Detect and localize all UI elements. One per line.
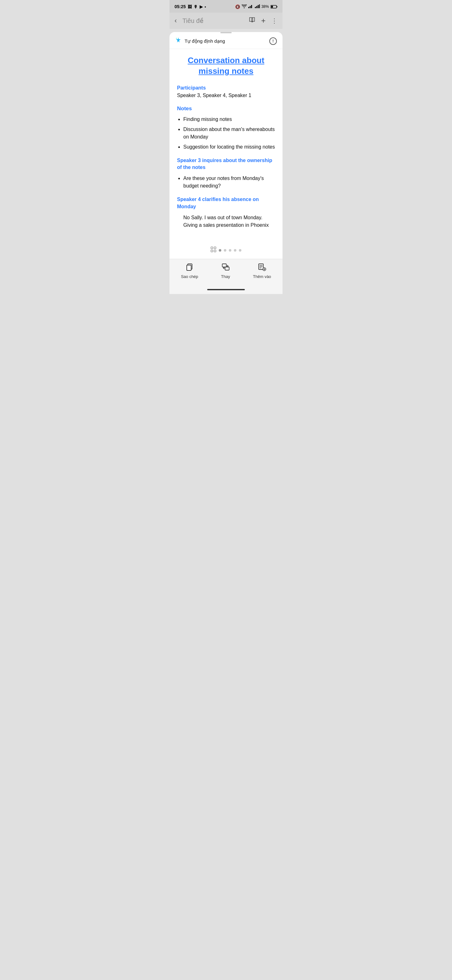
replace-icon bbox=[222, 263, 230, 273]
copy-label: Sao chép bbox=[181, 274, 198, 279]
svg-rect-3 bbox=[252, 5, 253, 8]
svg-point-11 bbox=[176, 38, 177, 39]
status-bar: 05:25 🖼 🎙 ▶ • 🔇 bbox=[170, 0, 282, 13]
participants-label: Participants bbox=[177, 84, 206, 92]
time-display: 05:25 bbox=[174, 4, 186, 9]
add-to-icon bbox=[258, 263, 266, 273]
status-left: 05:25 🖼 🎙 ▶ • bbox=[174, 4, 206, 9]
svg-rect-12 bbox=[211, 247, 213, 249]
bottom-action-bar: Sao chép Thay bbox=[170, 259, 282, 285]
copy-icon bbox=[186, 263, 193, 273]
svg-rect-13 bbox=[214, 247, 216, 249]
copy-button[interactable]: Sao chép bbox=[181, 263, 198, 279]
auto-format-banner: Tự động định dạng ! bbox=[170, 33, 282, 49]
dot-icon: • bbox=[205, 5, 206, 9]
pagination-dot-1 bbox=[219, 249, 221, 251]
home-bar bbox=[207, 289, 245, 290]
add-to-label: Thêm vào bbox=[253, 274, 271, 279]
book-icon[interactable] bbox=[249, 17, 255, 25]
mute-icon: 🔇 bbox=[235, 5, 240, 9]
section2-heading: Speaker 4 clarifies his absence on Monda… bbox=[177, 196, 275, 210]
svg-rect-1 bbox=[249, 6, 251, 8]
list-item: Finding missing notes bbox=[183, 116, 275, 123]
section2-list: No Sally. I was out of town Monday. Givi… bbox=[183, 214, 275, 229]
page-grid-icon bbox=[211, 247, 216, 254]
signal2-icon bbox=[255, 5, 260, 9]
pagination-dot-5 bbox=[239, 249, 241, 251]
svg-rect-5 bbox=[256, 6, 257, 8]
list-item: Discussion about the man's whereabouts o… bbox=[183, 126, 275, 141]
list-item: Suggestion for locating the missing note… bbox=[183, 143, 275, 151]
content-card: Tự động định dạng ! Conversation about m… bbox=[170, 32, 282, 294]
notes-heading: Notes bbox=[177, 105, 275, 112]
auto-format-left: Tự động định dạng bbox=[175, 37, 225, 45]
list-item: Are these your notes from Monday's budge… bbox=[183, 175, 275, 190]
more-button[interactable]: ⋮ bbox=[271, 17, 278, 24]
nav-icons: + ⋮ bbox=[249, 16, 278, 25]
svg-rect-15 bbox=[214, 250, 216, 252]
pagination-dot-2 bbox=[224, 249, 226, 251]
section1-heading: Speaker 3 inquires about the ownership o… bbox=[177, 157, 275, 171]
mic-icon: 🎙 bbox=[193, 5, 198, 9]
svg-rect-19 bbox=[222, 264, 226, 267]
svg-rect-7 bbox=[259, 5, 260, 8]
replace-label: Thay bbox=[221, 274, 230, 279]
add-to-button[interactable]: Thêm vào bbox=[253, 263, 271, 279]
wifi-icon bbox=[242, 5, 247, 9]
pagination-dot-4 bbox=[234, 249, 236, 251]
svg-rect-14 bbox=[211, 250, 213, 252]
back-button[interactable]: ‹ bbox=[174, 15, 179, 26]
section1-list: Are these your notes from Monday's budge… bbox=[183, 175, 275, 190]
svg-rect-2 bbox=[251, 5, 252, 8]
status-right: 🔇 bbox=[235, 5, 278, 9]
auto-format-label: Tự động định dạng bbox=[185, 38, 225, 44]
nav-title: Tiêu đề bbox=[182, 17, 246, 24]
pagination bbox=[170, 242, 282, 259]
participants-section: Participants Speaker 3, Speaker 4, Speak… bbox=[177, 84, 275, 99]
doc-content: Conversation about missing notes Partici… bbox=[170, 49, 282, 242]
photo-icon: 🖼 bbox=[188, 5, 192, 9]
pagination-dot-3 bbox=[229, 249, 232, 251]
play-icon: ▶ bbox=[200, 5, 203, 9]
sparkle-icon bbox=[175, 37, 181, 45]
svg-rect-10 bbox=[271, 6, 273, 8]
add-button[interactable]: + bbox=[261, 16, 266, 25]
svg-rect-20 bbox=[225, 267, 229, 270]
signal-icon bbox=[248, 5, 253, 9]
battery-display: 38% bbox=[262, 5, 278, 9]
svg-rect-6 bbox=[258, 5, 259, 8]
list-item: No Sally. I was out of town Monday. Givi… bbox=[183, 214, 275, 229]
notes-list: Finding missing notes Discussion about t… bbox=[183, 116, 275, 151]
svg-rect-17 bbox=[187, 265, 191, 270]
svg-rect-4 bbox=[255, 7, 256, 8]
svg-rect-0 bbox=[248, 7, 249, 8]
svg-rect-9 bbox=[277, 6, 278, 8]
info-button[interactable]: ! bbox=[269, 37, 277, 45]
replace-button[interactable]: Thay bbox=[221, 263, 230, 279]
doc-title: Conversation about missing notes bbox=[177, 55, 275, 76]
home-indicator bbox=[170, 285, 282, 294]
participants-value: Speaker 3, Speaker 4, Speaker 1 bbox=[177, 92, 251, 99]
nav-bar: ‹ Tiêu đề + ⋮ bbox=[170, 13, 282, 29]
